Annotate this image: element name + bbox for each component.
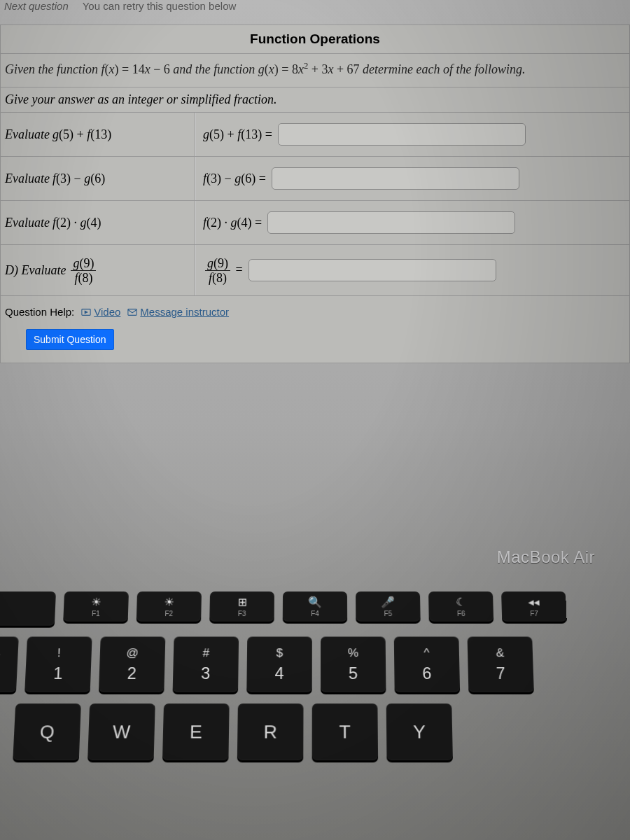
answer-input-2[interactable] bbox=[272, 167, 519, 190]
help-label: Question Help: bbox=[5, 306, 74, 318]
key-7: &7 bbox=[468, 637, 534, 692]
key-f4: 🔍F4 bbox=[283, 592, 347, 622]
key-q: Q bbox=[13, 704, 81, 760]
answer-instruction: Give your answer as an integer or simpli… bbox=[1, 87, 629, 113]
question-title: Function Operations bbox=[1, 25, 629, 54]
key-esc: esc bbox=[0, 592, 56, 626]
key-w: W bbox=[88, 704, 155, 760]
keyboard: esc ☀F1 ☀F2 ⊞F3 🔍F4 🎤F5 ☾F6 ◂◂F7 ~` !1 @… bbox=[0, 592, 630, 772]
macbook-label: MacBook Air bbox=[497, 547, 595, 567]
answer-input-4[interactable] bbox=[248, 259, 496, 281]
retry-fragment: You can retry this question below bbox=[83, 0, 237, 12]
key-f1: ☀F1 bbox=[63, 592, 129, 622]
problem-statement: Given the function f(x) = 14x − 6 and th… bbox=[1, 54, 629, 87]
svg-rect-1 bbox=[128, 309, 136, 315]
key-e: E bbox=[162, 704, 230, 760]
key-f3: ⊞F3 bbox=[209, 592, 274, 622]
key-5: %5 bbox=[321, 637, 386, 692]
key-r: R bbox=[237, 704, 304, 760]
key-3: #3 bbox=[173, 637, 239, 692]
key-f2: ☀F2 bbox=[136, 592, 202, 622]
question-table: Function Operations Given the function f… bbox=[0, 24, 630, 363]
answer-input-3[interactable] bbox=[267, 211, 515, 234]
message-instructor-link[interactable]: Message instructor bbox=[127, 306, 229, 318]
key-tilde: ~` bbox=[0, 637, 19, 692]
key-t: T bbox=[312, 704, 379, 760]
key-4: $4 bbox=[246, 637, 312, 692]
key-f6: ☾F6 bbox=[428, 592, 493, 622]
table-row: Evaluate f(3) − g(6) f(3) − g(6) = bbox=[1, 157, 629, 201]
key-f7: ◂◂F7 bbox=[501, 592, 567, 622]
key-y: Y bbox=[386, 704, 453, 760]
table-row: D) Evaluate g(9)f(8) g(9)f(8) = bbox=[1, 245, 629, 296]
key-2: @2 bbox=[99, 637, 166, 692]
key-f5: 🎤F5 bbox=[356, 592, 421, 622]
key-6: ^6 bbox=[394, 637, 460, 692]
prev-nav-fragment: Next question bbox=[4, 0, 69, 12]
table-row: Evaluate f(2) · g(4) f(2) · g(4) = bbox=[1, 201, 629, 245]
submit-button[interactable]: Submit Question bbox=[26, 329, 114, 350]
video-link[interactable]: Video bbox=[81, 306, 120, 318]
video-icon bbox=[81, 307, 91, 317]
answer-input-1[interactable] bbox=[278, 123, 526, 146]
mail-icon bbox=[127, 307, 137, 317]
key-1: !1 bbox=[24, 637, 92, 692]
table-row: Evaluate g(5) + f(13) g(5) + f(13) = bbox=[1, 113, 629, 157]
